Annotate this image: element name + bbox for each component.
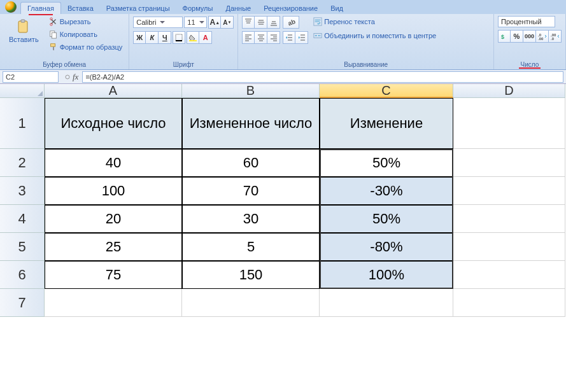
row-header-7[interactable]: 7 <box>0 289 45 317</box>
align-right-button[interactable] <box>267 31 280 44</box>
tab-insert[interactable]: Вставка <box>61 3 100 14</box>
underline-button[interactable]: Ч <box>159 31 171 44</box>
cell-b2[interactable]: 60 <box>182 149 320 177</box>
cell-b3[interactable]: 70 <box>182 177 320 205</box>
col-header-a[interactable]: A <box>45 84 182 98</box>
fill-color-button[interactable] <box>187 31 199 44</box>
align-bottom-button[interactable] <box>267 16 280 29</box>
align-top-icon <box>244 18 252 26</box>
office-button[interactable] <box>5 1 17 13</box>
align-middle-button[interactable] <box>255 16 267 29</box>
cell-d4[interactable] <box>453 205 565 233</box>
svg-text:,00: ,00 <box>538 37 544 40</box>
increase-font-button[interactable]: A▲ <box>208 16 221 29</box>
cell-d6[interactable] <box>453 261 565 289</box>
tab-review[interactable]: Рецензирование <box>257 3 324 14</box>
cell-c1[interactable]: Изменение <box>320 98 453 149</box>
cell-b4[interactable]: 30 <box>182 205 320 233</box>
cell-d5[interactable] <box>453 233 565 261</box>
increase-decimal-button[interactable]: ,0,00 <box>536 30 549 43</box>
cell-c5[interactable]: -80% <box>320 233 453 261</box>
name-box[interactable]: C2 <box>3 71 59 83</box>
cell-a4[interactable]: 20 <box>45 205 182 233</box>
bold-button[interactable]: Ж <box>133 31 146 44</box>
increase-indent-button[interactable] <box>295 31 308 44</box>
cut-label: Вырезать <box>60 18 91 25</box>
cell-c3[interactable]: -30% <box>320 177 453 205</box>
cell-b6[interactable]: 150 <box>182 261 320 289</box>
col-header-b[interactable]: B <box>182 84 320 98</box>
font-size-select[interactable]: 11 <box>184 17 207 28</box>
row-header-1[interactable]: 1 <box>0 98 45 149</box>
cell-a6[interactable]: 75 <box>45 261 182 289</box>
group-clipboard-label: Буфер обмена <box>4 60 125 68</box>
row-header-4[interactable]: 4 <box>0 205 45 233</box>
copy-button[interactable]: Копировать <box>46 29 125 40</box>
currency-button[interactable]: $ <box>498 30 511 43</box>
col-header-c[interactable]: C <box>320 84 453 98</box>
comma-button[interactable]: 000 <box>523 30 536 43</box>
merge-button[interactable]: Объединить и поместить в центре <box>311 30 442 41</box>
circle-icon[interactable] <box>65 74 70 80</box>
svg-rect-0 <box>18 21 27 32</box>
cut-button[interactable]: Вырезать <box>46 16 125 27</box>
col-header-d[interactable]: D <box>453 84 565 98</box>
paste-button[interactable]: Вставить <box>4 16 44 60</box>
cell-c6[interactable]: 100% <box>320 261 453 289</box>
decrease-font-button[interactable]: A▼ <box>221 16 234 29</box>
cell-d2[interactable] <box>453 149 565 177</box>
cell-d1[interactable] <box>453 98 565 149</box>
merge-label: Объединить и поместить в центре <box>324 32 436 39</box>
align-bottom-icon <box>270 18 278 26</box>
cell-c4[interactable]: 50% <box>320 205 453 233</box>
cell-b1[interactable]: Измененное число <box>182 98 320 149</box>
group-font: Calibri 11 A▲ A▼ Ж К Ч A <box>129 14 238 69</box>
orientation-button[interactable]: ab <box>283 16 299 29</box>
cell-b7[interactable] <box>182 289 320 317</box>
ribbon: Вставить Вырезать Копировать Формат по о… <box>0 14 566 70</box>
row-header-5[interactable]: 5 <box>0 233 45 261</box>
cell-a1[interactable]: Исходное число <box>45 98 182 149</box>
cell-a5[interactable]: 25 <box>45 233 182 261</box>
align-left-button[interactable] <box>242 31 255 44</box>
decrease-indent-button[interactable] <box>283 31 295 44</box>
group-alignment-label: Выравнивание <box>242 60 490 68</box>
wrap-text-button[interactable]: Перенос текста <box>311 16 442 27</box>
caret-icon <box>199 21 204 24</box>
format-painter-button[interactable]: Формат по образцу <box>46 41 125 53</box>
svg-rect-5 <box>52 32 56 38</box>
tab-view[interactable]: Вид <box>324 3 350 14</box>
font-color-button[interactable]: A <box>199 31 212 44</box>
cell-a3[interactable]: 100 <box>45 177 182 205</box>
decrease-decimal-button[interactable]: ,00,0 <box>549 30 562 43</box>
border-button[interactable] <box>173 31 185 44</box>
svg-text:,0: ,0 <box>551 37 555 40</box>
svg-rect-1 <box>21 20 25 22</box>
cell-a7[interactable] <box>45 289 182 317</box>
cell-a2[interactable]: 40 <box>45 149 182 177</box>
tab-formulas[interactable]: Формулы <box>176 3 220 14</box>
brush-icon <box>49 43 58 52</box>
row-header-2[interactable]: 2 <box>0 149 45 177</box>
formula-input[interactable]: =(B2-A2)/A2 <box>82 71 563 83</box>
cell-c7[interactable] <box>320 289 453 317</box>
number-format-value: Процентный <box>501 18 542 25</box>
align-center-button[interactable] <box>255 31 267 44</box>
cell-d3[interactable] <box>453 177 565 205</box>
cell-b5[interactable]: 5 <box>182 233 320 261</box>
tab-page-layout[interactable]: Разметка страницы <box>100 3 176 14</box>
row-header-6[interactable]: 6 <box>0 261 45 289</box>
select-all-corner[interactable] <box>0 84 45 98</box>
cell-d7[interactable] <box>453 289 565 317</box>
align-top-button[interactable] <box>242 16 255 29</box>
tab-data[interactable]: Данные <box>219 3 257 14</box>
font-name-select[interactable]: Calibri <box>133 17 183 28</box>
tab-home[interactable]: Главная <box>20 2 61 14</box>
italic-button[interactable]: К <box>146 31 159 44</box>
cell-c2[interactable]: 50% <box>320 149 453 177</box>
percent-button[interactable]: % <box>511 30 523 43</box>
row-header-3[interactable]: 3 <box>0 177 45 205</box>
svg-rect-7 <box>176 34 182 41</box>
fx-icon[interactable]: fx <box>73 72 78 82</box>
number-format-select[interactable]: Процентный <box>498 16 555 27</box>
